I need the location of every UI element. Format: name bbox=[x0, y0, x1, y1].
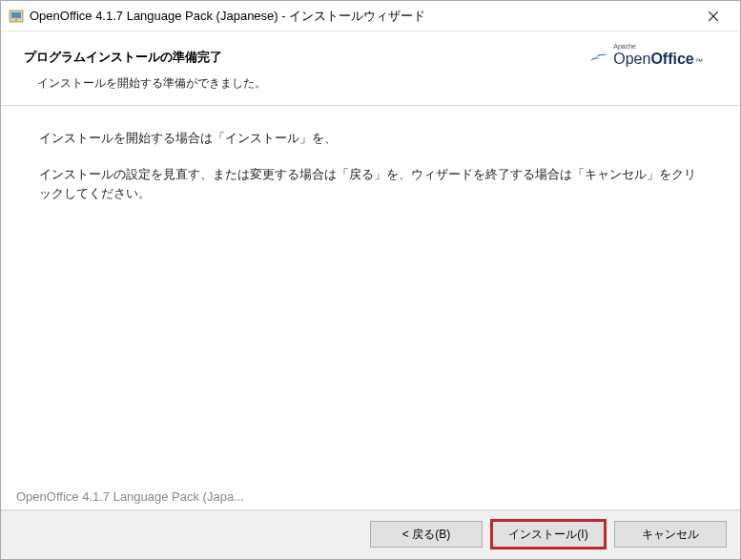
window-title: OpenOffice 4.1.7 Language Pack (Japanese… bbox=[30, 8, 694, 25]
header-text-block: プログラムインストールの準備完了 インストールを開始する準備ができました。 bbox=[24, 49, 574, 92]
openoffice-logo: Apache OpenOffice™ bbox=[574, 49, 717, 70]
logo-tm: ™ bbox=[695, 57, 703, 66]
button-row: < 戻る(B) インストール(I) キャンセル bbox=[1, 511, 740, 559]
wizard-header: プログラムインストールの準備完了 インストールを開始する準備ができました。 Ap… bbox=[1, 31, 740, 106]
logo-office: Office bbox=[650, 51, 693, 68]
page-title: プログラムインストールの準備完了 bbox=[24, 49, 574, 66]
titlebar: OpenOffice 4.1.7 Language Pack (Japanese… bbox=[1, 1, 740, 31]
wizard-content: インストールを開始する場合は「インストール」を、 インストールの設定を見直す、ま… bbox=[1, 106, 740, 489]
install-button[interactable]: インストール(I) bbox=[492, 521, 605, 548]
logo-text: OpenOffice™ bbox=[613, 51, 702, 68]
logo-open: Open bbox=[613, 51, 650, 68]
content-line-1: インストールを開始する場合は「インストール」を、 bbox=[39, 129, 702, 148]
close-button[interactable] bbox=[694, 3, 732, 30]
cancel-button[interactable]: キャンセル bbox=[614, 521, 727, 548]
svg-rect-1 bbox=[11, 12, 21, 18]
logo-apache-text: Apache bbox=[613, 43, 636, 50]
installer-icon bbox=[9, 9, 24, 24]
page-subtitle: インストールを開始する準備ができました。 bbox=[24, 75, 574, 92]
back-button[interactable]: < 戻る(B) bbox=[370, 521, 483, 548]
footer-brand-text: OpenOffice 4.1.7 Language Pack (Japa... bbox=[1, 489, 740, 509]
content-line-2: インストールの設定を見直す、または変更する場合は「戻る」を、ウィザードを終了する… bbox=[39, 165, 702, 203]
svg-point-2 bbox=[15, 19, 17, 21]
gulls-icon bbox=[588, 49, 609, 70]
